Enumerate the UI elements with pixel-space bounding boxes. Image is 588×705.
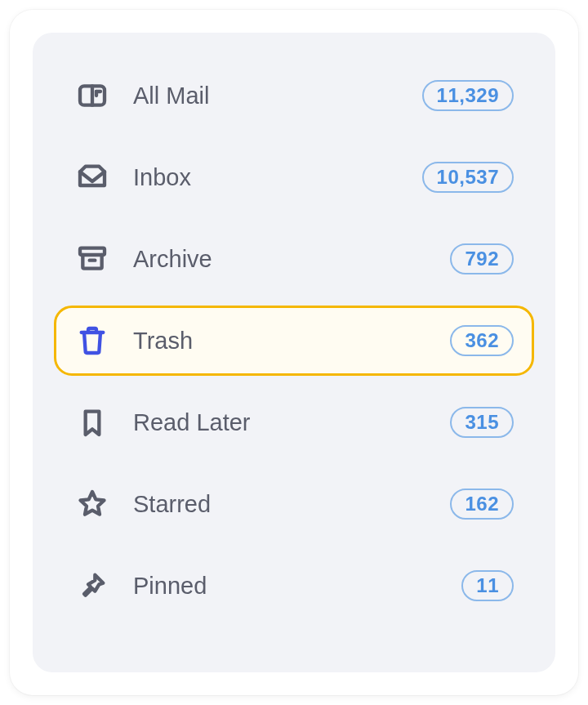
sidebar-item-label: Read Later	[133, 409, 450, 436]
sidebar-item-label: Trash	[133, 328, 450, 355]
archive-icon	[74, 241, 110, 277]
sidebar-item-read-later[interactable]: Read Later 315	[54, 387, 534, 457]
sidebar-item-label: Archive	[133, 246, 450, 273]
count-badge: 11	[461, 570, 514, 602]
pin-icon	[74, 568, 110, 604]
sidebar-item-label: Inbox	[133, 164, 422, 191]
mail-sidebar: All Mail 11,329 Inbox 10,537	[33, 33, 555, 672]
count-badge: 362	[450, 325, 514, 357]
sidebar-item-label: Pinned	[133, 573, 461, 600]
sidebar-item-pinned[interactable]: Pinned 11	[54, 551, 534, 621]
card-container: All Mail 11,329 Inbox 10,537	[10, 10, 578, 695]
count-badge: 162	[450, 489, 514, 520]
star-icon	[74, 486, 110, 522]
count-badge: 315	[450, 407, 514, 439]
trash-icon	[74, 323, 110, 359]
inbox-icon	[74, 159, 110, 195]
sidebar-item-starred[interactable]: Starred 162	[54, 469, 534, 539]
sidebar-item-trash[interactable]: Trash 362	[54, 306, 534, 376]
count-badge: 10,537	[422, 162, 514, 194]
sidebar-item-label: All Mail	[133, 83, 422, 109]
bookmark-icon	[74, 404, 110, 440]
mailbox-icon	[74, 78, 110, 114]
sidebar-item-all-mail[interactable]: All Mail 11,329	[54, 60, 534, 131]
sidebar-item-label: Starred	[133, 491, 450, 518]
count-badge: 11,329	[422, 80, 514, 112]
count-badge: 792	[450, 243, 514, 275]
sidebar-item-archive[interactable]: Archive 792	[54, 224, 534, 294]
sidebar-item-inbox[interactable]: Inbox 10,537	[54, 142, 534, 212]
